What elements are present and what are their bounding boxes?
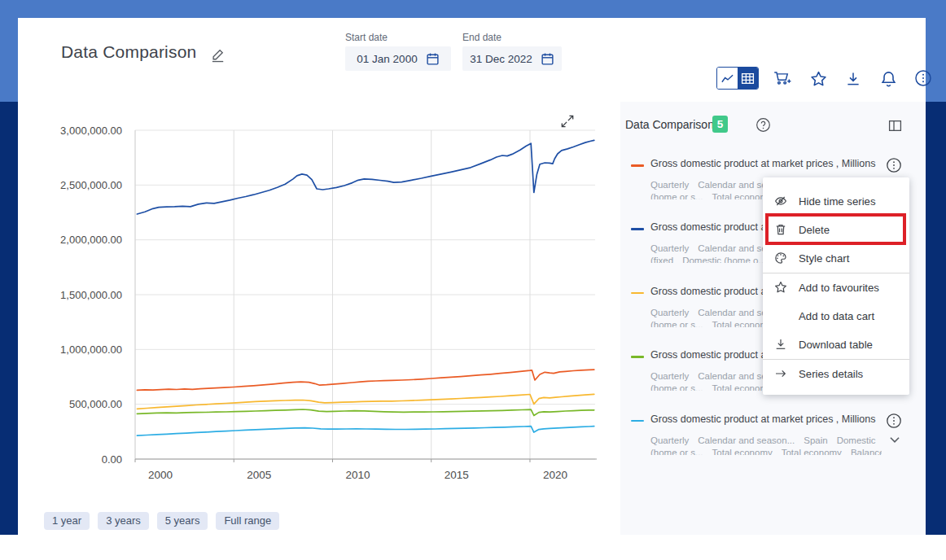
x-tick-label: 2005 [247,469,271,481]
header-toolbar [716,67,934,90]
notifications-button[interactable] [878,68,899,89]
menu-item-add-to-favourites[interactable]: Add to favourites [763,273,909,302]
dimension-tag[interactable]: Domestic (home o... [682,256,766,263]
menu-item-label: Add to data cart [799,310,874,322]
series-count-badge: 5 [712,116,728,133]
range-button-5-years[interactable]: 5 years [157,512,208,530]
top-accent-bar [0,0,946,18]
tag-row: QuarterlyCalendar and season...SpainDome… [650,434,882,446]
start-date-label: Start date [345,32,451,43]
series-dimension-tags: QuarterlyCalendar and season...SpainDome… [650,434,882,455]
dimension-tag[interactable]: Calendar and season... [698,435,795,446]
start-date-value: 01 Jan 2000 [357,53,417,65]
dimension-tag[interactable]: Quarterly [650,243,689,254]
dimension-tag[interactable]: (home or s... [650,320,703,327]
chart-plot-area[interactable] [135,130,595,459]
menu-item-series-details[interactable]: Series details [763,360,909,388]
menu-item-label: Style chart [799,252,849,265]
start-date-input[interactable]: 01 Jan 2000 [345,46,451,71]
expand-chart-icon[interactable] [559,113,576,129]
tag-row: (home or s...Total economyTotal economyB… [650,446,882,455]
left-frame-band [0,18,18,102]
end-date-label: End date [462,32,562,43]
line-chart: 0.00500,000.001,000,000.001,500,000.002,… [18,102,620,535]
y-tick-label: 2,500,000.00 [60,179,122,191]
x-tick-label: 2010 [345,469,370,481]
trash-icon [774,223,788,237]
star-icon [810,70,827,87]
chart-view-toggle-chart-line-icon[interactable] [717,68,738,89]
y-tick-label: 1,500,000.00 [60,289,122,301]
series-color-dash [631,356,644,358]
menu-item-label: Series details [799,368,863,380]
series-context-menu: Hide time seriesDeleteStyle chartAdd to … [763,177,909,395]
menu-item-style-chart[interactable]: Style chart [763,244,909,273]
chevron-down-icon[interactable] [887,432,902,447]
split-columns-icon[interactable] [888,119,902,133]
palette-icon [774,252,788,265]
series-item-5[interactable]: Gross domestic product at market prices … [620,411,926,475]
bell-icon [880,70,897,87]
end-date-group: End date 31 Dec 2022 [462,32,562,71]
dimension-tag[interactable]: Domestic [837,435,876,446]
dimension-tag[interactable]: Balance... [851,448,882,455]
arrow-right-icon [774,367,788,381]
dimension-tag[interactable]: Spain [804,435,827,446]
more-options-button[interactable] [913,68,934,89]
series-color-dash [631,228,644,230]
dimension-tag[interactable]: Quarterly [650,371,689,382]
menu-item-hide-time-series[interactable]: Hide time series [763,187,909,216]
cart-plus-icon [773,69,793,87]
chart-table-view-toggle[interactable] [716,67,759,90]
series-title: Gross domestic product at market prices … [650,413,880,425]
add-to-data-cart-button[interactable] [773,68,794,89]
edit-title-pencil-icon[interactable] [210,47,226,63]
menu-item-delete[interactable]: Delete [763,216,909,244]
range-button-full-range[interactable]: Full range [216,512,279,530]
range-button-3-years[interactable]: 3 years [98,512,149,530]
dimension-tag[interactable]: Total economy [712,448,773,455]
page-header: Data Comparison Start date 01 Jan 2000 E… [18,18,926,102]
dimension-tag[interactable]: (home or s... [650,448,703,455]
y-tick-label: 0.00 [102,453,122,466]
y-tick-label: 1,000,000.00 [60,343,122,356]
dimension-tag[interactable]: Quarterly [650,308,689,318]
dimension-tag[interactable]: Quarterly [650,435,689,446]
panel-title: Data Comparison [625,118,714,131]
y-tick-label: 500,000.00 [69,398,122,410]
calendar-icon[interactable] [541,52,554,66]
page-title: Data Comparison [61,42,196,62]
add-to-favourites-button[interactable] [808,68,829,89]
download-button[interactable] [843,68,864,89]
range-button-1-year[interactable]: 1 year [44,512,90,530]
download-icon [845,70,861,86]
dimension-tag[interactable]: Total economy [782,448,842,455]
calendar-icon[interactable] [426,52,440,66]
help-question-icon[interactable] [755,117,771,133]
right-frame-band-dark [926,102,946,535]
download-icon [774,338,788,352]
dimension-tag[interactable]: Quarterly [650,180,689,190]
eye-off-icon [774,195,788,208]
menu-item-add-to-data-cart[interactable]: Add to data cart [763,302,909,330]
dimension-tag[interactable]: (home or s... [650,192,703,199]
star-icon [774,281,788,295]
series-color-dash [631,420,644,422]
end-date-value: 31 Dec 2022 [470,53,532,65]
menu-item-label: Add to favourites [799,282,879,294]
series-color-dash [631,164,644,167]
series-kebab-menu-icon[interactable] [886,157,902,173]
dimension-tag[interactable]: (home or s... [650,383,703,391]
kebab-menu-icon [914,69,933,88]
end-date-input[interactable]: 31 Dec 2022 [462,46,562,71]
x-tick-label: 2020 [543,469,567,481]
series-kebab-menu-icon[interactable] [886,413,902,429]
dimension-tag[interactable]: (fixed [650,256,673,263]
series-color-dash [631,292,644,295]
table-view-toggle-table-icon[interactable] [738,68,758,89]
y-tick-label: 3,000,000.00 [60,125,122,137]
series-title: Gross domestic product at market prices … [650,158,880,169]
left-frame-band-dark [0,102,18,535]
menu-item-download-table[interactable]: Download table [763,330,909,359]
y-tick-label: 2,000,000.00 [60,234,122,246]
